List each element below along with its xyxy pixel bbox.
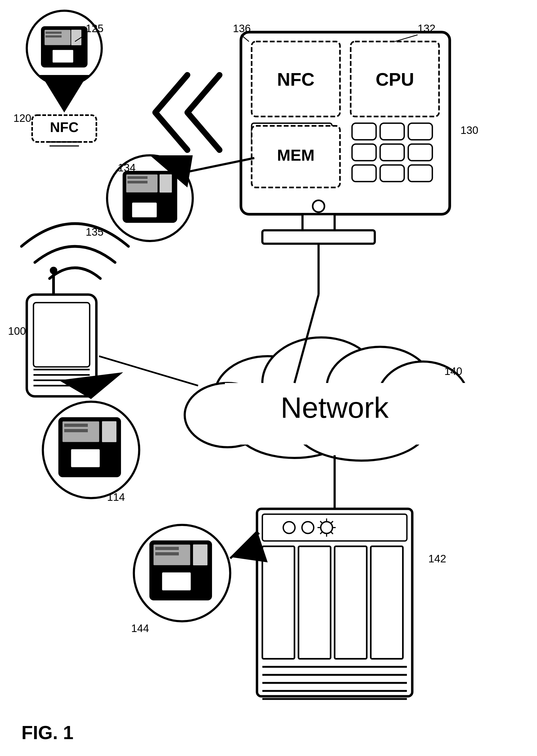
nfc-module-label: NFC — [277, 69, 314, 89]
svg-rect-95 — [155, 552, 179, 555]
svg-rect-21 — [352, 144, 376, 161]
label-120: 120 — [13, 112, 31, 124]
svg-rect-37 — [127, 181, 147, 184]
svg-rect-56 — [102, 421, 117, 442]
svg-rect-24 — [352, 165, 376, 182]
svg-rect-84 — [335, 546, 367, 659]
svg-rect-7 — [71, 29, 82, 46]
svg-marker-2 — [43, 78, 86, 112]
svg-rect-57 — [71, 449, 100, 468]
svg-rect-19 — [380, 123, 404, 140]
svg-rect-96 — [193, 544, 208, 566]
svg-rect-5 — [46, 32, 62, 34]
svg-rect-23 — [408, 144, 432, 161]
fig-label: FIG. 1 — [21, 722, 73, 743]
chevron-arrows — [155, 75, 220, 150]
label-136: 136 — [233, 22, 251, 34]
svg-rect-8 — [52, 50, 74, 63]
mem-label: MEM — [277, 146, 314, 164]
nfc-label-120: NFC — [50, 119, 79, 135]
svg-rect-39 — [132, 202, 157, 218]
svg-rect-97 — [162, 572, 191, 591]
label-144: 144 — [131, 622, 149, 634]
network-label: Network — [280, 391, 389, 424]
diagram: NFC 125 120 NFC CPU 19.99 MEM — [0, 0, 537, 756]
svg-rect-22 — [380, 144, 404, 161]
svg-rect-94 — [155, 547, 179, 550]
svg-rect-26 — [408, 165, 432, 182]
label-114: 114 — [107, 491, 125, 503]
wifi-signal — [21, 224, 129, 278]
svg-line-50 — [99, 356, 198, 386]
svg-rect-54 — [64, 424, 88, 427]
svg-point-29 — [313, 200, 324, 212]
cpu-label: CPU — [376, 69, 414, 89]
server-floppy-144 — [134, 525, 268, 621]
nfc-tag-120: NFC — [32, 115, 96, 146]
svg-rect-82 — [262, 546, 295, 659]
network-cloud-140: Network — [185, 337, 471, 509]
svg-rect-55 — [64, 429, 88, 432]
server-142 — [257, 509, 412, 699]
svg-rect-18 — [352, 123, 376, 140]
svg-rect-45 — [33, 303, 90, 367]
svg-rect-83 — [299, 546, 331, 659]
svg-point-73 — [321, 522, 332, 533]
svg-rect-36 — [127, 176, 147, 179]
svg-rect-25 — [380, 165, 404, 182]
label-125: 125 — [86, 22, 103, 34]
svg-rect-85 — [371, 546, 403, 659]
pos-terminal-130: NFC CPU 19.99 MEM — [241, 32, 450, 295]
label-130: 130 — [460, 124, 478, 136]
svg-rect-28 — [262, 230, 375, 244]
label-142: 142 — [428, 553, 446, 565]
svg-point-72 — [302, 522, 314, 533]
svg-rect-38 — [159, 174, 172, 193]
svg-point-43 — [50, 267, 57, 274]
label-100: 100 — [8, 325, 26, 337]
label-134: 134 — [118, 162, 136, 174]
svg-rect-6 — [46, 35, 62, 37]
svg-point-71 — [283, 522, 295, 533]
label-132: 132 — [418, 22, 435, 34]
label-140: 140 — [444, 365, 462, 377]
svg-rect-20 — [408, 123, 432, 140]
